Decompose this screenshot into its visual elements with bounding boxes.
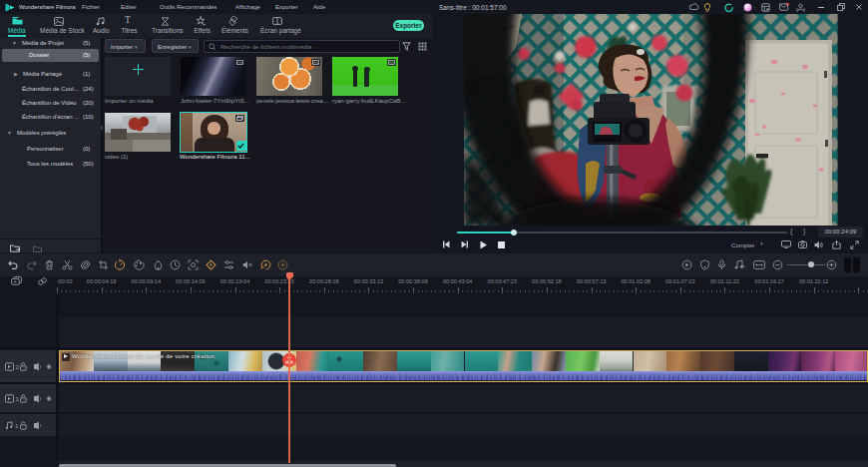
svg-text:1: 1	[16, 396, 20, 402]
svg-text:1: 1	[15, 423, 19, 429]
svg-text:2: 2	[16, 364, 20, 370]
